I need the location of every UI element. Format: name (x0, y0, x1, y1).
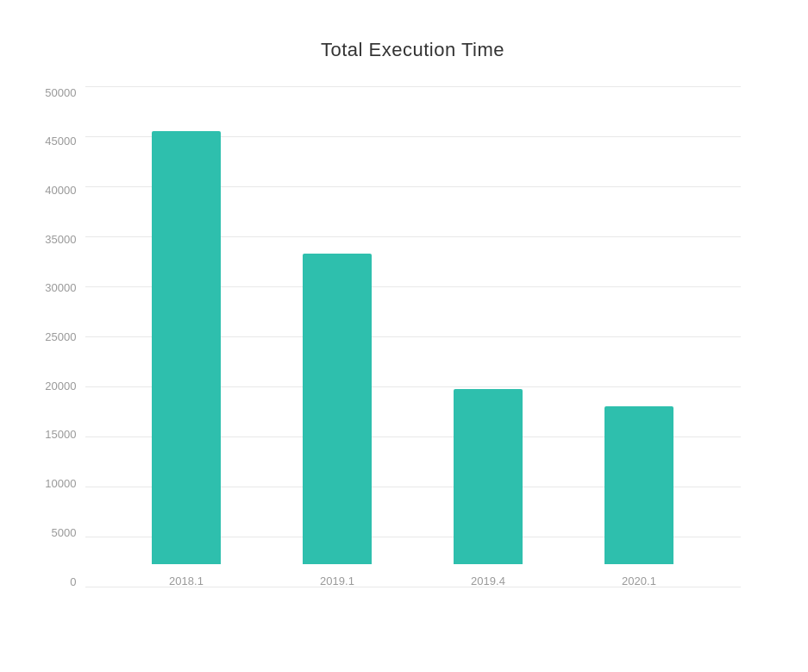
y-axis-label: 25000 (34, 331, 77, 342)
y-axis-label: 30000 (34, 282, 77, 293)
bar (454, 389, 523, 564)
chart-area: 0500010000150002000025000300003500040000… (85, 87, 741, 587)
chart-title: Total Execution Time (85, 39, 741, 61)
x-axis-label: 2020.1 (622, 575, 656, 587)
bars-row: 2018.12019.12019.42020.1 (85, 87, 741, 587)
y-axis-label: 10000 (34, 478, 77, 489)
bar-group: 2018.1 (111, 87, 262, 587)
y-axis-label: 40000 (34, 185, 77, 196)
y-axis-label: 0 (34, 576, 77, 587)
y-axis-label: 5000 (34, 527, 77, 538)
y-axis-label: 35000 (34, 234, 77, 245)
y-axis-label: 50000 (34, 87, 77, 98)
bar (152, 131, 221, 563)
bar-group: 2019.4 (413, 87, 564, 587)
bar (303, 254, 372, 564)
bar (604, 406, 673, 563)
x-axis-label: 2018.1 (169, 575, 204, 587)
x-axis-label: 2019.1 (320, 575, 354, 587)
x-axis-line (85, 587, 741, 587)
chart-container: Total Execution Time 0500010000150002000… (16, 13, 792, 660)
bar-group: 2020.1 (564, 87, 715, 587)
y-axis-label: 20000 (34, 380, 77, 392)
y-axis-label: 15000 (34, 429, 77, 440)
bar-group: 2019.1 (262, 87, 413, 587)
y-axis-labels: 0500010000150002000025000300003500040000… (34, 87, 77, 587)
y-axis-label: 45000 (34, 135, 77, 147)
x-axis-label: 2019.4 (471, 575, 505, 587)
grid-and-bars: 2018.12019.12019.42020.1 (85, 87, 741, 587)
